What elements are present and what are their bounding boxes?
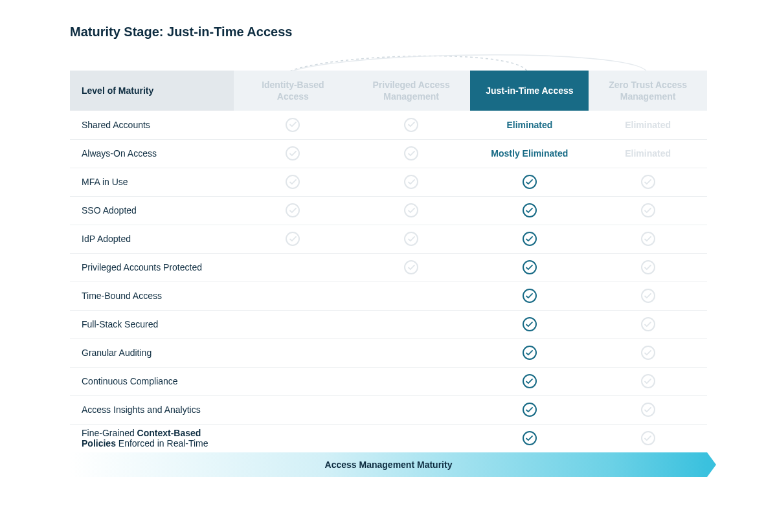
column-header-3: Zero Trust Access Management bbox=[589, 71, 707, 111]
check-icon bbox=[641, 260, 655, 274]
header-row-label: Level of Maturity bbox=[70, 71, 234, 111]
cell bbox=[352, 111, 471, 139]
cell bbox=[470, 168, 589, 196]
check-icon bbox=[641, 403, 655, 417]
cell bbox=[589, 168, 707, 196]
cell bbox=[470, 282, 589, 310]
table-row: Fine-Grained Context-Based Policies Enfo… bbox=[70, 424, 707, 452]
cell bbox=[352, 225, 471, 253]
check-icon bbox=[286, 232, 300, 246]
cell bbox=[589, 253, 707, 282]
row-label: Access Insights and Analytics bbox=[70, 395, 234, 424]
cell bbox=[234, 367, 352, 395]
table-row: Continuous Compliance bbox=[70, 367, 707, 395]
cell bbox=[589, 196, 707, 225]
cell bbox=[234, 395, 352, 424]
table-row: Privileged Accounts Protected bbox=[70, 253, 707, 282]
check-icon bbox=[404, 118, 418, 132]
cell-text: Eliminated bbox=[506, 120, 552, 130]
cell bbox=[234, 168, 352, 196]
cell bbox=[352, 139, 471, 168]
table-row: MFA in Use bbox=[70, 168, 707, 196]
row-label: SSO Adopted bbox=[70, 196, 234, 225]
cell bbox=[352, 338, 471, 367]
cell bbox=[352, 310, 471, 338]
check-icon bbox=[523, 431, 537, 445]
cell bbox=[589, 282, 707, 310]
column-header-2: Just-in-Time Access bbox=[470, 71, 589, 111]
check-icon bbox=[641, 317, 655, 331]
cell bbox=[470, 424, 589, 452]
check-icon bbox=[641, 175, 655, 189]
row-label: Granular Auditing bbox=[70, 338, 234, 367]
row-label: Always-On Access bbox=[70, 139, 234, 168]
check-icon bbox=[286, 203, 300, 217]
cell bbox=[234, 338, 352, 367]
cell bbox=[234, 253, 352, 282]
check-icon bbox=[523, 289, 537, 303]
cell bbox=[589, 310, 707, 338]
cell bbox=[470, 225, 589, 253]
check-icon bbox=[641, 232, 655, 246]
check-icon bbox=[523, 403, 537, 417]
cell bbox=[352, 424, 471, 452]
check-icon bbox=[523, 232, 537, 246]
row-label: Fine-Grained Context-Based Policies Enfo… bbox=[70, 424, 234, 452]
check-icon bbox=[286, 118, 300, 132]
cell bbox=[470, 338, 589, 367]
row-label: Full-Stack Secured bbox=[70, 310, 234, 338]
cell bbox=[352, 168, 471, 196]
cell bbox=[352, 367, 471, 395]
cell bbox=[234, 111, 352, 139]
cell bbox=[352, 253, 471, 282]
check-icon bbox=[523, 317, 537, 331]
cell bbox=[589, 367, 707, 395]
check-icon bbox=[404, 175, 418, 189]
check-icon bbox=[641, 374, 655, 388]
cell bbox=[470, 196, 589, 225]
cell bbox=[589, 395, 707, 424]
check-icon bbox=[641, 346, 655, 360]
cell bbox=[352, 196, 471, 225]
cell bbox=[470, 395, 589, 424]
cell bbox=[589, 225, 707, 253]
check-icon bbox=[286, 146, 300, 161]
cell-text: Mostly Eliminated bbox=[491, 148, 568, 159]
cell: Eliminated bbox=[589, 139, 707, 168]
row-label: Time-Bound Access bbox=[70, 282, 234, 310]
cell: Eliminated bbox=[470, 111, 589, 139]
check-icon bbox=[523, 260, 537, 274]
table-row: Access Insights and Analytics bbox=[70, 395, 707, 424]
maturity-table: Level of MaturityIdentity-Based AccessPr… bbox=[70, 71, 707, 452]
cell bbox=[234, 196, 352, 225]
maturity-bar-label: Access Management Maturity bbox=[325, 460, 453, 470]
column-header-1: Privileged Access Management bbox=[352, 71, 471, 111]
check-icon bbox=[641, 203, 655, 217]
table-row: IdP Adopted bbox=[70, 225, 707, 253]
table-row: Granular Auditing bbox=[70, 338, 707, 367]
check-icon bbox=[286, 175, 300, 189]
cell bbox=[234, 282, 352, 310]
table-row: Time-Bound Access bbox=[70, 282, 707, 310]
cell bbox=[470, 253, 589, 282]
row-label: Shared Accounts bbox=[70, 111, 234, 139]
page-title: Maturity Stage: Just-in-Time Access bbox=[70, 25, 707, 39]
check-icon bbox=[641, 289, 655, 303]
cell bbox=[234, 139, 352, 168]
cell bbox=[234, 310, 352, 338]
cell-text: Eliminated bbox=[625, 120, 671, 130]
check-icon bbox=[404, 146, 418, 161]
check-icon bbox=[404, 232, 418, 246]
cell bbox=[470, 310, 589, 338]
column-header-0: Identity-Based Access bbox=[234, 71, 352, 111]
cell: Mostly Eliminated bbox=[470, 139, 589, 168]
check-icon bbox=[404, 260, 418, 274]
maturity-progress-bar: Access Management Maturity bbox=[70, 452, 707, 477]
row-label: IdP Adopted bbox=[70, 225, 234, 253]
table-row: Shared AccountsEliminatedEliminated bbox=[70, 111, 707, 139]
check-icon bbox=[641, 431, 655, 445]
table-row: Full-Stack Secured bbox=[70, 310, 707, 338]
check-icon bbox=[523, 203, 537, 217]
cell bbox=[589, 424, 707, 452]
cell: Eliminated bbox=[589, 111, 707, 139]
